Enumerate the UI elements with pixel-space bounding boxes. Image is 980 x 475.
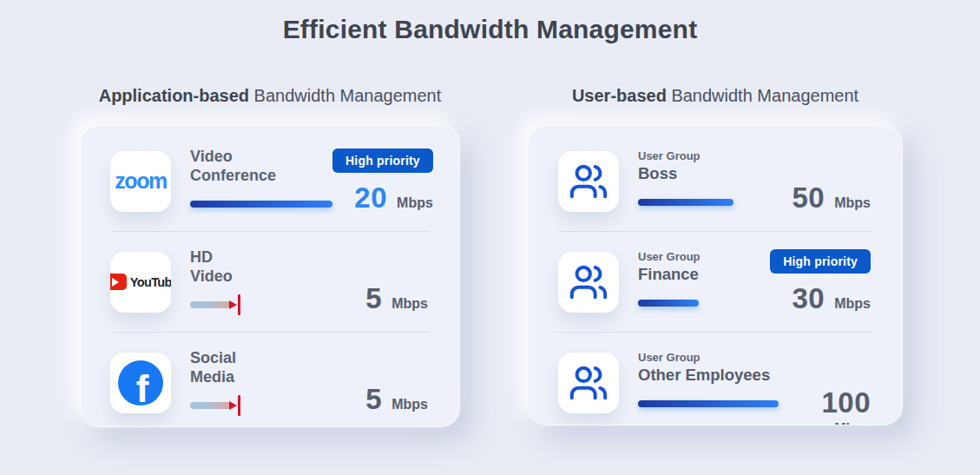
limit-line-icon — [238, 294, 240, 315]
application-section: Application-based Bandwidth Management z… — [80, 86, 460, 427]
app-label-line2: Conference — [190, 167, 276, 185]
app-label-line1: HD — [190, 248, 233, 267]
bar-fill — [190, 402, 231, 409]
boss-info: User Group Boss — [638, 149, 733, 213]
application-heading-rest: Bandwidth Management — [249, 86, 441, 105]
users-icon — [558, 252, 619, 313]
hd-video-stats: 5 Mbps — [365, 249, 428, 315]
page-title: Efficient Bandwidth Management — [0, 15, 980, 44]
youtube-play-icon — [110, 274, 127, 290]
bandwidth-bar-limited — [190, 395, 240, 416]
youtube-logo-icon: YouTube — [110, 252, 171, 313]
finance-info: User Group Finance — [638, 250, 700, 313]
bandwidth-value: 20 Mbps — [354, 181, 433, 214]
users-icon-svg — [569, 262, 608, 302]
bandwidth-value: 5 Mbps — [365, 383, 428, 416]
social-media-info: Social Media — [190, 349, 240, 415]
bandwidth-value: 5 Mbps — [365, 282, 428, 315]
group-name: Finance — [638, 265, 699, 284]
value-number: 20 — [354, 181, 387, 214]
user-group-kicker: User Group — [638, 149, 700, 162]
bandwidth-bar-limited — [190, 294, 240, 315]
finance-stats: High priority 30 Mbps — [770, 249, 871, 315]
other-employees-info: User Group Other Employees — [638, 351, 779, 414]
value-number: 5 — [365, 383, 382, 416]
value-unit: Mbps — [391, 397, 428, 412]
row-finance: User Group Finance High priority 30 Mbps — [529, 232, 902, 332]
app-label-line1: Social — [190, 349, 236, 367]
social-media-stats: 5 Mbps — [365, 350, 428, 416]
value-unit: Mbps — [834, 296, 871, 312]
bandwidth-bar — [190, 194, 332, 214]
row-social-media: f Social Media 5 — [81, 333, 459, 427]
bandwidth-value: 100 Mbps — [821, 386, 871, 426]
zoom-logo-icon: zoom — [110, 151, 171, 212]
app-label-line2: Video — [190, 267, 233, 286]
value-unit: Mbps — [397, 195, 433, 211]
value-number: 5 — [365, 282, 382, 315]
group-name: Boss — [638, 164, 677, 183]
application-panel: zoom Video Conference High priority 20 — [80, 125, 460, 427]
value-number: 50 — [793, 181, 825, 214]
value-number: 30 — [793, 282, 825, 315]
hd-video-info: HD Video — [190, 248, 240, 314]
user-heading-bold: User-based — [572, 86, 667, 105]
high-priority-badge: High priority — [332, 148, 433, 173]
value-unit: Mbps — [834, 421, 871, 426]
facebook-f: f — [136, 372, 149, 405]
row-boss: User Group Boss 50 Mbps — [529, 131, 902, 231]
video-conference-stats: High priority 20 Mbps — [332, 148, 433, 214]
bar-fill — [638, 400, 779, 407]
bar-fill — [638, 199, 733, 206]
bandwidth-value: 30 Mbps — [793, 282, 871, 315]
users-icon — [558, 353, 619, 413]
user-group-kicker: User Group — [638, 250, 700, 263]
limit-arrow-icon — [229, 401, 237, 410]
row-hd-video: YouTube HD Video 5 — [81, 232, 459, 332]
row-video-conference: zoom Video Conference High priority 20 — [81, 131, 459, 231]
youtube-text: YouTube — [130, 275, 171, 289]
row-other-employees: User Group Other Employees 100 Mbps — [529, 333, 902, 426]
youtube-wordmark: YouTube — [110, 274, 171, 290]
boss-stats: 50 Mbps — [793, 148, 871, 214]
bandwidth-value: 50 Mbps — [793, 181, 871, 214]
facebook-circle-icon: f — [118, 360, 163, 406]
zoom-wordmark: zoom — [115, 168, 166, 194]
bar-fill — [190, 201, 332, 208]
users-icon — [558, 151, 619, 212]
facebook-logo-icon: f — [110, 353, 171, 413]
users-icon-svg — [569, 162, 608, 201]
bandwidth-bar — [638, 293, 699, 313]
bandwidth-bar — [638, 393, 779, 414]
bandwidth-bar — [638, 192, 733, 213]
app-label: HD Video — [190, 248, 233, 285]
limit-line-icon — [238, 395, 240, 416]
user-heading-rest: Bandwidth Management — [667, 86, 858, 105]
app-label: Social Media — [190, 349, 236, 386]
user-group-kicker: User Group — [638, 351, 700, 364]
user-section: User-based Bandwidth Management User Gro… — [528, 86, 903, 426]
bar-fill — [638, 300, 699, 307]
other-employees-stats: 100 Mbps — [821, 329, 871, 426]
value-unit: Mbps — [834, 195, 871, 211]
group-name: Other Employees — [638, 366, 770, 385]
value-number: 100 — [821, 386, 871, 419]
user-panel: User Group Boss 50 Mbps — [528, 125, 903, 426]
app-label-line1: Video — [190, 148, 276, 166]
high-priority-badge: High priority — [770, 249, 871, 274]
video-conference-info: Video Conference — [190, 148, 332, 214]
value-unit: Mbps — [391, 296, 428, 312]
user-heading: User-based Bandwidth Management — [528, 86, 903, 106]
application-heading-bold: Application-based — [99, 86, 249, 105]
application-heading: Application-based Bandwidth Management — [80, 86, 460, 106]
users-icon-svg — [569, 363, 608, 403]
limit-arrow-icon — [229, 300, 237, 309]
app-label: Video Conference — [190, 148, 276, 184]
app-label-line2: Media — [190, 368, 236, 386]
bar-fill — [190, 301, 231, 308]
